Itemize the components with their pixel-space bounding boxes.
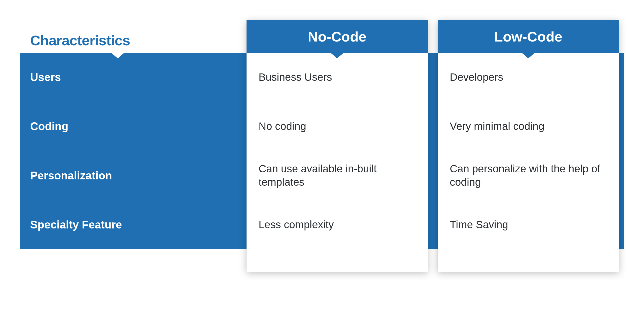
no-code-coding: No coding <box>247 102 428 151</box>
row-label-coding: Coding <box>20 102 239 151</box>
chevron-down-icon <box>521 52 535 58</box>
row-label-users: Users <box>20 53 239 102</box>
row-label-specialty: Specialty Feature <box>20 200 239 249</box>
chevron-down-icon <box>330 52 344 58</box>
characteristics-header: Characteristics <box>20 28 239 53</box>
no-code-header-label: No-Code <box>308 28 366 45</box>
comparison-table: Characteristics Users Coding Personaliza… <box>20 28 624 279</box>
low-code-coding: Very minimal coding <box>438 102 619 151</box>
card-footer-space <box>438 249 619 272</box>
low-code-header-label: Low-Code <box>494 28 562 45</box>
characteristics-column: Characteristics Users Coding Personaliza… <box>20 28 239 249</box>
no-code-body: Business Users No coding Can use availab… <box>247 53 428 249</box>
no-code-specialty: Less complexity <box>247 200 428 249</box>
low-code-column: Low-Code Developers Very minimal coding … <box>438 20 619 272</box>
low-code-specialty: Time Saving <box>438 200 619 249</box>
no-code-personalization: Can use available in-built templates <box>247 151 428 200</box>
card-footer-space <box>247 249 428 272</box>
characteristics-body: Users Coding Personalization Specialty F… <box>20 53 239 249</box>
no-code-column: No-Code Business Users No coding Can use… <box>247 20 428 272</box>
chevron-down-icon <box>111 52 125 58</box>
low-code-users: Developers <box>438 53 619 102</box>
low-code-body: Developers Very minimal coding Can perso… <box>438 53 619 249</box>
low-code-personalization: Can personalize with the help of coding <box>438 151 619 200</box>
no-code-users: Business Users <box>247 53 428 102</box>
row-label-personalization: Personalization <box>20 151 239 200</box>
low-code-header: Low-Code <box>438 20 619 53</box>
no-code-header: No-Code <box>247 20 428 53</box>
characteristics-header-label: Characteristics <box>30 32 130 49</box>
